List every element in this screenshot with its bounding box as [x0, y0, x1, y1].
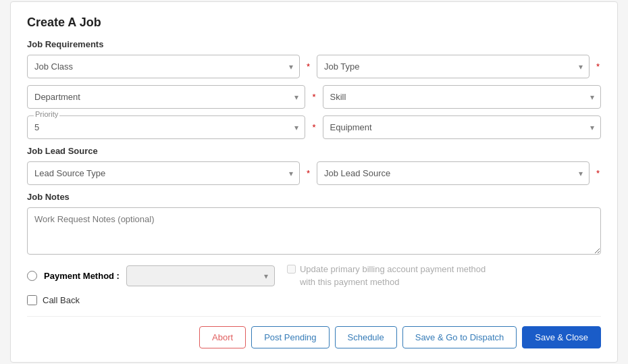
lead-source-row: Lead Source Type ▾ * Job Lead Source ▾ * [27, 161, 601, 185]
create-job-modal: Create A Job Job Requirements Job Class … [10, 1, 618, 362]
save-dispatch-button[interactable]: Save & Go to Dispatch [402, 326, 517, 348]
department-field: Department ▾ [27, 85, 305, 109]
job-class-required: * [305, 61, 311, 72]
priority-equipment-row: Priority 5 ▾ * Equipment ▾ [27, 115, 601, 139]
job-class-type-row: Job Class ▾ * Job Type ▾ * [27, 55, 601, 78]
job-lead-source-field: Job Lead Source ▾ [317, 161, 590, 185]
modal-title: Create A Job [27, 16, 601, 30]
equipment-field: Equipment ▾ [323, 115, 601, 139]
lead-source-type-required: * [305, 168, 311, 178]
update-payment-wrap: Update primary billing account payment m… [287, 263, 489, 288]
payment-method-field: ▾ [126, 265, 275, 286]
callback-row: Call Back [27, 295, 601, 305]
department-skill-row: Department ▾ * Skill ▾ [27, 85, 601, 109]
job-lead-source-select[interactable]: Job Lead Source [317, 161, 590, 185]
lead-source-type-select[interactable]: Lead Source Type [27, 161, 300, 185]
payment-method-label: Payment Method : [44, 271, 120, 281]
payment-method-radio[interactable] [27, 271, 37, 281]
priority-label: Priority [34, 110, 59, 118]
footer-buttons: Abort Post Pending Schedule Save & Go to… [27, 316, 601, 348]
update-payment-checkbox[interactable] [287, 265, 296, 274]
update-payment-text: Update primary billing account payment m… [300, 263, 489, 288]
post-pending-button[interactable]: Post Pending [251, 326, 329, 348]
save-close-button[interactable]: Save & Close [522, 326, 601, 348]
abort-button[interactable]: Abort [199, 326, 246, 348]
priority-required: * [311, 122, 317, 132]
job-type-select[interactable]: Job Type [317, 55, 590, 78]
work-notes-textarea[interactable] [27, 207, 601, 255]
lead-source-type-field: Lead Source Type ▾ [27, 161, 300, 185]
priority-field: Priority 5 ▾ [27, 115, 305, 139]
callback-label: Call Back [43, 295, 80, 305]
job-type-field: Job Type ▾ [317, 55, 590, 78]
skill-select[interactable]: Skill [323, 85, 601, 109]
equipment-select[interactable]: Equipment [323, 115, 601, 139]
payment-method-row: Payment Method : ▾ Update primary billin… [27, 263, 601, 288]
notes-field-wrap [27, 207, 601, 257]
job-type-required: * [595, 61, 601, 72]
priority-select[interactable]: 5 [27, 115, 305, 139]
job-lead-source-required: * [595, 168, 601, 178]
skill-field: Skill ▾ [323, 85, 601, 109]
schedule-button[interactable]: Schedule [335, 326, 397, 348]
payment-method-select[interactable] [126, 265, 275, 286]
department-required: * [311, 92, 317, 102]
callback-checkbox[interactable] [27, 295, 37, 305]
lead-source-section-label: Job Lead Source [27, 146, 601, 156]
department-select[interactable]: Department [27, 85, 305, 109]
requirements-section-label: Job Requirements [27, 39, 601, 49]
job-class-field: Job Class ▾ [27, 55, 300, 78]
notes-section-label: Job Notes [27, 192, 601, 202]
job-class-select[interactable]: Job Class [27, 55, 300, 78]
